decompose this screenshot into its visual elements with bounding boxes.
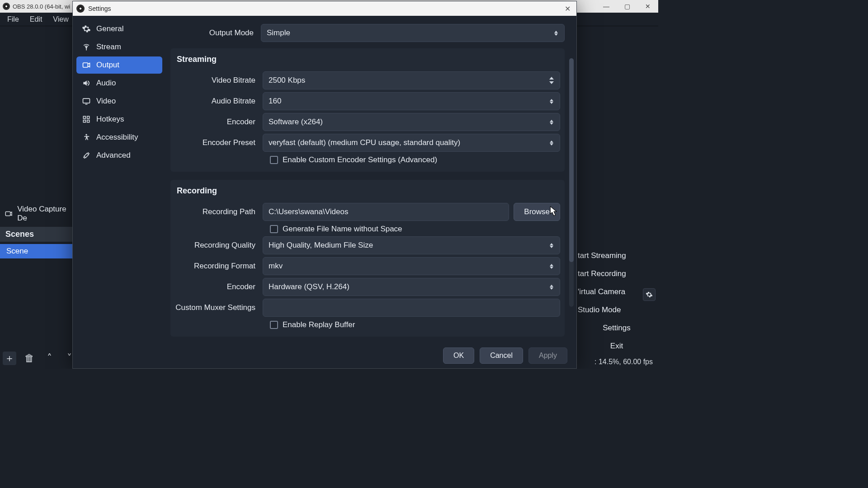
recording-path-input[interactable]: C:\Users\swana\Videos [263, 203, 509, 221]
sidebar-item-label: Accessibility [96, 133, 138, 142]
custom-encoder-label: Enable Custom Encoder Settings (Advanced… [283, 155, 437, 164]
sidebar-item-general[interactable]: General [76, 20, 162, 38]
chevron-updown-icon [547, 237, 556, 254]
chevron-updown-icon [547, 113, 556, 131]
svg-rect-6 [83, 63, 88, 67]
browse-button[interactable]: Browse [514, 203, 560, 221]
encoder-preset-label: Encoder Preset [175, 138, 263, 147]
streaming-section: Streaming Video Bitrate 2500 Kbps Audio … [170, 48, 565, 172]
move-up-button[interactable]: ˄ [42, 352, 56, 365]
maximize-button[interactable]: ▢ [617, 0, 637, 13]
recording-quality-select[interactable]: High Quality, Medium File Size [263, 236, 560, 254]
settings-button[interactable]: Settings [577, 319, 658, 337]
nospace-label: Generate File Name without Space [283, 225, 402, 234]
spinner-arrows-icon [547, 72, 556, 89]
gear-icon [82, 24, 91, 33]
scene-item[interactable]: Scene [0, 244, 72, 258]
grid-icon [82, 115, 91, 124]
svg-rect-11 [87, 120, 90, 122]
encoder-preset-select[interactable]: veryfast (default) (medium CPU usage, st… [263, 134, 560, 152]
streaming-encoder-select[interactable]: Software (x264) [263, 113, 560, 131]
sidebar-item-label: Stream [96, 42, 121, 52]
start-recording-button[interactable]: tart Recording [577, 265, 658, 283]
recording-section: Recording Recording Path C:\Users\swana\… [170, 180, 565, 337]
recording-encoder-value: Hardware (QSV, H.264) [269, 282, 349, 291]
dialog-titlebar: Settings ✕ [73, 1, 576, 16]
encoder-preset-value: veryfast (default) (medium CPU usage, st… [269, 138, 460, 147]
sidebar-item-advanced[interactable]: Advanced [76, 147, 162, 164]
studio-mode-button[interactable]: Studio Mode [577, 301, 658, 319]
source-item[interactable]: Video Capture De [0, 201, 72, 226]
svg-rect-2 [5, 211, 10, 216]
antenna-icon [82, 42, 91, 52]
svg-point-5 [86, 47, 87, 48]
sidebar-item-stream[interactable]: Stream [76, 38, 162, 56]
sidebar-item-label: Advanced [96, 151, 131, 160]
cancel-button[interactable]: Cancel [480, 347, 523, 364]
menu-file[interactable]: File [3, 14, 24, 25]
scrollbar-thumb[interactable] [569, 58, 574, 262]
sidebar-item-video[interactable]: Video [76, 93, 162, 110]
chevron-updown-icon [547, 93, 556, 110]
video-bitrate-spinner[interactable]: 2500 Kbps [263, 71, 560, 89]
menu-edit[interactable]: Edit [25, 14, 47, 25]
dialog-title: Settings [88, 5, 111, 12]
remove-scene-button[interactable]: 🗑 [23, 352, 36, 365]
main-title: OBS 28.0.0 (64-bit, wi [13, 3, 70, 10]
settings-sidebar: General Stream Output Audio Video Hotkey… [73, 16, 166, 343]
start-streaming-button[interactable]: tart Streaming [577, 247, 658, 265]
chevron-updown-icon [552, 24, 561, 42]
audio-bitrate-value: 160 [269, 97, 281, 106]
obs-logo-icon [76, 5, 85, 13]
audio-bitrate-label: Audio Bitrate [175, 97, 263, 106]
content-scrollbar[interactable] [569, 58, 574, 307]
svg-point-12 [85, 134, 87, 136]
svg-point-1 [5, 5, 8, 8]
browse-label: Browse [524, 207, 550, 216]
recording-path-value: C:\Users\swana\Videos [269, 207, 348, 216]
svg-rect-9 [87, 116, 90, 118]
chevron-updown-icon [547, 134, 556, 151]
sidebar-item-accessibility[interactable]: Accessibility [76, 129, 162, 146]
recording-title: Recording [175, 184, 560, 200]
sidebar-item-hotkeys[interactable]: Hotkeys [76, 111, 162, 128]
exit-button[interactable]: Exit [577, 337, 658, 355]
recording-format-value: mkv [269, 262, 283, 271]
muxer-input[interactable] [263, 299, 560, 317]
menu-view[interactable]: View [48, 14, 73, 25]
sidebar-item-label: Output [96, 61, 119, 70]
svg-rect-7 [83, 99, 90, 103]
sidebar-item-label: Video [96, 97, 116, 106]
custom-encoder-checkbox-row[interactable]: Enable Custom Encoder Settings (Advanced… [270, 155, 560, 164]
checkbox-icon [270, 321, 278, 329]
sidebar-item-output[interactable]: Output [76, 56, 162, 74]
output-mode-value: Simple [267, 28, 290, 38]
video-bitrate-value: 2500 Kbps [269, 76, 305, 85]
svg-rect-8 [83, 116, 85, 118]
sidebar-item-label: Audio [96, 79, 116, 88]
dialog-close-button[interactable]: ✕ [561, 3, 574, 14]
virtual-camera-settings-icon[interactable] [643, 288, 656, 301]
recording-encoder-select[interactable]: Hardware (QSV, H.264) [263, 278, 560, 296]
recording-encoder-label: Encoder [175, 282, 263, 291]
recording-format-label: Recording Format [175, 262, 263, 271]
recording-format-select[interactable]: mkv [263, 257, 560, 275]
apply-button[interactable]: Apply [528, 347, 567, 364]
svg-point-4 [80, 8, 82, 10]
close-button[interactable]: ✕ [637, 0, 658, 13]
monitor-icon [82, 97, 91, 106]
ok-label: OK [453, 352, 464, 360]
add-scene-button[interactable]: ＋ [3, 352, 16, 365]
replay-buffer-checkbox-row[interactable]: Enable Replay Buffer [270, 320, 560, 329]
sidebar-item-label: General [96, 24, 123, 33]
sidebar-item-audio[interactable]: Audio [76, 75, 162, 92]
output-icon [82, 61, 91, 70]
audio-bitrate-select[interactable]: 160 [263, 92, 560, 110]
streaming-title: Streaming [175, 53, 560, 69]
recording-quality-value: High Quality, Medium File Size [269, 241, 373, 250]
ok-button[interactable]: OK [443, 347, 474, 364]
scenes-toolbar: ＋ 🗑 ˄ ˅ [3, 352, 76, 365]
nospace-checkbox-row[interactable]: Generate File Name without Space [270, 225, 560, 234]
minimize-button[interactable]: — [596, 0, 617, 13]
output-mode-select[interactable]: Simple [261, 24, 565, 42]
